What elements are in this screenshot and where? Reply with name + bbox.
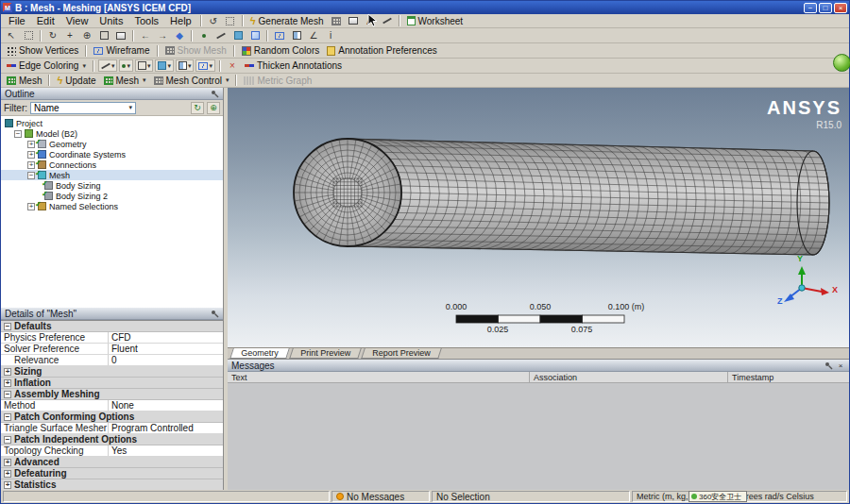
measure-icon[interactable]: ∠ xyxy=(306,29,321,42)
menu-view[interactable]: View xyxy=(60,15,94,26)
360-popup[interactable]: 360安全卫士 xyxy=(688,491,747,502)
ansys-logo: ANSYS R15.0 xyxy=(767,97,842,130)
pin-icon[interactable] xyxy=(210,89,219,98)
previous-view-icon[interactable]: ← xyxy=(138,29,153,42)
expand-box[interactable]: + xyxy=(27,151,35,159)
mesh-menu-dropdown[interactable]: Mesh ▾ xyxy=(100,74,150,87)
ruler-icon[interactable] xyxy=(380,14,395,27)
mesh-tool-icon[interactable] xyxy=(329,14,344,27)
edge-direction-dropdown-1[interactable]: ▾ xyxy=(98,59,118,72)
column-header-timestamp[interactable]: Timestamp xyxy=(728,372,849,382)
details-panel-header[interactable]: Details of "Mesh" xyxy=(1,308,223,320)
box-zoom-icon[interactable] xyxy=(96,29,111,42)
thicken-annotations-button[interactable]: Thicken Annotations xyxy=(241,59,346,73)
box-select-icon[interactable] xyxy=(21,29,36,42)
section-plane-icon[interactable] xyxy=(289,29,304,42)
details-row[interactable]: Physics PreferenceCFD xyxy=(1,332,223,344)
title-bar[interactable]: M B : Mesh - Meshing [ANSYS ICEM CFD] − … xyxy=(1,1,849,14)
details-row[interactable]: Topology CheckingYes xyxy=(1,445,223,457)
annotation-preferences-button[interactable]: Annotation Preferences xyxy=(323,44,441,58)
random-colors-button[interactable]: Random Colors xyxy=(238,44,323,58)
close-button[interactable]: × xyxy=(834,3,847,13)
update-icon: ϟ xyxy=(57,75,62,86)
details-section-defaults[interactable]: −Defaults xyxy=(1,321,223,332)
show-vertices-button[interactable]: Show Vertices xyxy=(3,44,82,58)
wireframe-view-icon[interactable] xyxy=(272,29,287,42)
status-messages-segment[interactable]: No Messages xyxy=(332,491,430,502)
minimize-button[interactable]: − xyxy=(804,3,817,13)
column-header-text[interactable]: Text xyxy=(228,372,530,382)
details-section-sizing[interactable]: +Sizing xyxy=(1,366,223,378)
wireframe-button[interactable]: Wireframe xyxy=(90,44,153,58)
info-icon[interactable]: i xyxy=(323,29,338,42)
tab-report-preview[interactable]: Report Preview xyxy=(361,348,441,359)
expand-box[interactable]: + xyxy=(27,141,35,148)
menu-file[interactable]: File xyxy=(3,15,31,26)
next-view-icon[interactable]: → xyxy=(155,29,170,42)
chevron-down-icon: ▾ xyxy=(82,62,86,70)
edge-coloring-dropdown[interactable]: Edge Coloring ▾ xyxy=(3,59,90,73)
rotate-icon[interactable]: ↻ xyxy=(45,29,60,42)
collapse-box[interactable]: − xyxy=(27,172,35,179)
iso-view-icon[interactable]: ◆ xyxy=(172,29,187,42)
scale-label: 0.100 (m) xyxy=(598,302,654,311)
details-section-patch-conforming[interactable]: −Patch Conforming Options xyxy=(1,412,223,423)
tree-item-named-selections[interactable]: + ✓ Named Selections xyxy=(1,201,223,211)
pin-icon[interactable] xyxy=(824,361,833,370)
details-section-defeaturing[interactable]: +Defeaturing xyxy=(1,468,223,479)
restore-button[interactable]: □ xyxy=(819,3,832,13)
360-floating-ball-icon[interactable] xyxy=(833,54,850,72)
edge-direction-dropdown-3[interactable]: ▾ xyxy=(135,59,154,72)
edge-direction-dropdown-5[interactable]: ▾ xyxy=(176,59,195,72)
details-section-advanced[interactable]: +Advanced xyxy=(1,457,223,468)
tree-item-project[interactable]: Project xyxy=(1,118,223,128)
expand-box[interactable]: + xyxy=(27,203,35,210)
menu-help[interactable]: Help xyxy=(164,15,197,26)
edge-direction-dropdown-2[interactable]: ▾ xyxy=(119,59,133,72)
clipboard-icon[interactable] xyxy=(346,14,361,27)
details-section-assembly-meshing[interactable]: −Assembly Meshing xyxy=(1,389,223,400)
zoom-icon[interactable]: ⊕ xyxy=(79,29,94,42)
edge-direction-dropdown-6[interactable]: ▾ xyxy=(196,59,215,72)
expand-box[interactable]: + xyxy=(27,161,35,169)
details-section-patch-independent[interactable]: −Patch Independent Options xyxy=(1,434,223,445)
graphics-viewport[interactable]: ANSYS R15.0 0.000 0.050 0.100 (m) 0.025 … xyxy=(228,88,849,347)
edge-direction-dropdown-4[interactable]: ▾ xyxy=(155,59,174,72)
details-row[interactable]: MethodNone xyxy=(1,400,223,412)
messages-panel-header[interactable]: Messages × xyxy=(228,360,849,372)
collapse-box[interactable]: − xyxy=(14,130,22,138)
details-row[interactable]: Relevance0 xyxy=(1,355,223,366)
mesh-control-dropdown[interactable]: Mesh Control ▾ xyxy=(150,74,233,87)
filter-dropdown[interactable]: Name ▾ xyxy=(30,102,136,114)
tree-item-body-sizing[interactable]: ✓ Body Sizing xyxy=(1,180,223,191)
worksheet-icon xyxy=(407,16,416,25)
menu-units[interactable]: Units xyxy=(94,15,128,26)
tab-print-preview[interactable]: Print Preview xyxy=(289,348,362,359)
pan-icon[interactable]: + xyxy=(62,29,77,42)
details-section-inflation[interactable]: +Inflation xyxy=(1,378,223,389)
select-box-icon[interactable] xyxy=(223,14,238,27)
body-select-icon[interactable] xyxy=(247,29,263,42)
tree-item-mesh[interactable]: − ✓ Mesh xyxy=(1,170,223,180)
pin-icon[interactable] xyxy=(210,309,219,318)
expand-all-button[interactable]: ⊕ xyxy=(207,102,220,114)
details-row[interactable]: Solver PreferenceFluent xyxy=(1,344,223,355)
details-row[interactable]: Triangle Surface MesherProgram Controlle… xyxy=(1,423,223,434)
menu-tools[interactable]: Tools xyxy=(128,15,164,26)
fit-icon[interactable] xyxy=(113,29,128,42)
generate-mesh-button[interactable]: ϟ Generate Mesh xyxy=(246,14,328,27)
update-button[interactable]: ϟ Update xyxy=(53,74,99,87)
refresh-filter-button[interactable]: ↻ xyxy=(191,102,204,114)
undo-icon[interactable]: ↺ xyxy=(206,14,221,27)
vertex-select-icon[interactable] xyxy=(196,29,212,42)
select-mode-icon[interactable]: ↖ xyxy=(4,29,19,42)
tab-geometry[interactable]: Geometry xyxy=(230,348,289,359)
face-select-icon[interactable] xyxy=(230,29,246,42)
menu-edit[interactable]: Edit xyxy=(31,15,60,26)
close-icon[interactable]: × xyxy=(836,361,845,370)
worksheet-button[interactable]: Worksheet xyxy=(403,14,468,27)
column-header-association[interactable]: Association xyxy=(530,372,728,382)
outline-panel-header[interactable]: Outline xyxy=(1,88,223,100)
edge-select-icon[interactable] xyxy=(213,29,229,42)
clear-edges-icon[interactable]: × xyxy=(225,59,240,73)
